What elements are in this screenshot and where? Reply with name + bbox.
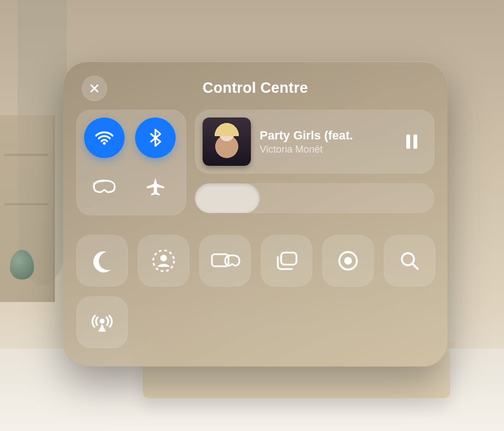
svg-rect-2 (413, 135, 417, 149)
svg-point-9 (402, 253, 414, 265)
window-switcher-button[interactable] (261, 235, 312, 287)
media-artist: Victoria Monét (260, 144, 390, 155)
now-playing-tile[interactable]: Party Girls (feat. Victoria Monét (195, 110, 434, 173)
screen-record-button[interactable] (322, 235, 374, 287)
panel-header: Control Centre (76, 74, 434, 102)
play-pause-button[interactable] (399, 133, 424, 150)
moon-icon (90, 249, 114, 273)
wifi-icon (93, 127, 115, 149)
airplane-icon (144, 176, 166, 198)
volume-slider[interactable] (195, 183, 434, 213)
control-centre-panel: Control Centre (63, 61, 447, 367)
svg-point-4 (160, 255, 167, 261)
search-icon (397, 249, 422, 273)
focus-button[interactable] (76, 235, 128, 287)
panel-title: Control Centre (203, 80, 308, 97)
record-icon (336, 249, 360, 273)
media-column: Party Girls (feat. Victoria Monét (195, 110, 434, 215)
airdrop-icon (89, 309, 115, 335)
spatial-background: Control Centre (0, 0, 504, 431)
search-button[interactable] (384, 235, 435, 287)
album-art (203, 117, 251, 166)
headset-icon (92, 178, 117, 195)
volume-fill (195, 183, 260, 213)
media-title: Party Girls (feat. (260, 128, 390, 143)
airdrop-button[interactable] (76, 296, 128, 348)
pause-icon (405, 133, 419, 150)
wifi-toggle[interactable] (84, 117, 125, 158)
connectivity-tile (76, 110, 186, 215)
mirror-display-icon (210, 250, 240, 272)
windows-icon (273, 249, 300, 272)
controls-row (76, 235, 434, 287)
extra-row (76, 296, 434, 348)
media-text: Party Girls (feat. Victoria Monét (260, 128, 390, 155)
bluetooth-toggle[interactable] (135, 117, 176, 158)
airplane-mode-toggle[interactable] (135, 166, 176, 207)
bluetooth-icon (145, 127, 166, 148)
svg-rect-1 (406, 135, 410, 149)
guest-user-button[interactable] (138, 235, 189, 287)
svg-point-10 (100, 319, 105, 324)
guest-user-icon (150, 248, 177, 274)
headset-toggle[interactable] (84, 166, 125, 207)
svg-point-8 (344, 257, 352, 265)
svg-point-0 (103, 142, 105, 144)
svg-rect-6 (281, 253, 296, 265)
mirror-display-button[interactable] (199, 235, 251, 287)
close-icon (89, 83, 100, 94)
close-button[interactable] (82, 76, 107, 101)
